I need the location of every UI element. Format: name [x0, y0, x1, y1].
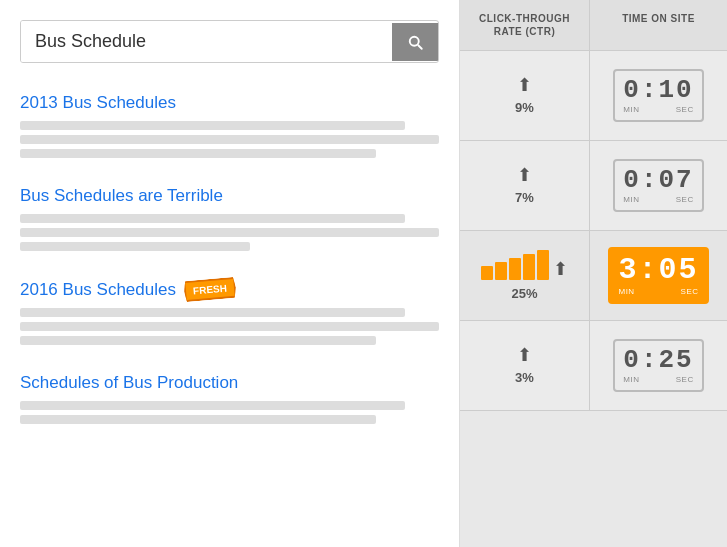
ctr-value-1: 9%: [515, 100, 534, 115]
result-line: [20, 401, 405, 410]
tos-cell-4: 0:25 MIN SEC: [590, 321, 727, 410]
clock-min-label-2: MIN: [623, 195, 639, 204]
bar-seg: [523, 254, 535, 280]
cursor-icon-4: ⬆: [517, 346, 532, 364]
right-panel: CLICK-THROUGH RATE (CTR) TIME ON SITE ⬆ …: [460, 0, 727, 547]
fresh-badge: FRESH: [183, 277, 237, 302]
result-lines-1: [20, 121, 439, 158]
clock-labels-1: MIN SEC: [623, 105, 693, 114]
right-header: CLICK-THROUGH RATE (CTR) TIME ON SITE: [460, 0, 727, 51]
left-panel: 2013 Bus Schedules Bus Schedules are Ter…: [0, 0, 460, 547]
data-row-4: ⬆ 3% 0:25 MIN SEC: [460, 321, 727, 411]
clock-time-4: 0:25: [623, 347, 693, 373]
result-item-2: Bus Schedules are Terrible: [20, 186, 439, 251]
ctr-bars-3: ⬆: [481, 250, 568, 280]
result-title-3[interactable]: 2016 Bus Schedules FRESH: [20, 279, 439, 300]
result-line: [20, 149, 376, 158]
search-bar: [20, 20, 439, 63]
clock-1: 0:10 MIN SEC: [613, 69, 703, 122]
clock-min-label-3: MIN: [618, 287, 634, 296]
clock-time-2: 0:07: [623, 167, 693, 193]
result-line: [20, 336, 376, 345]
result-line: [20, 121, 405, 130]
cursor-icon-3: ⬆: [553, 258, 568, 280]
ctr-cell-1: ⬆ 9%: [460, 51, 590, 140]
result-title-1[interactable]: 2013 Bus Schedules: [20, 93, 439, 113]
result-line: [20, 214, 405, 223]
data-row-3: ⬆ 25% 3:05 MIN SEC: [460, 231, 727, 321]
cursor-icon-2: ⬆: [517, 166, 532, 184]
clock-time-1: 0:10: [623, 77, 693, 103]
tos-cell-2: 0:07 MIN SEC: [590, 141, 727, 230]
clock-time-3: 3:05: [618, 255, 698, 285]
ctr-value-3: 25%: [511, 286, 537, 301]
bar-seg: [481, 266, 493, 280]
ctr-cell-3: ⬆ 25%: [460, 231, 590, 320]
result-lines-3: [20, 308, 439, 345]
ctr-cell-4: ⬆ 3%: [460, 321, 590, 410]
clock-min-label-1: MIN: [623, 105, 639, 114]
clock-sec-label-3: SEC: [681, 287, 699, 296]
search-button[interactable]: [392, 23, 438, 61]
result-item-4: Schedules of Bus Production: [20, 373, 439, 424]
clock-sec-label-1: SEC: [676, 105, 694, 114]
result-item-3: 2016 Bus Schedules FRESH: [20, 279, 439, 345]
result-line: [20, 242, 250, 251]
result-item-1: 2013 Bus Schedules: [20, 93, 439, 158]
clock-2: 0:07 MIN SEC: [613, 159, 703, 212]
ctr-value-2: 7%: [515, 190, 534, 205]
data-row-2: ⬆ 7% 0:07 MIN SEC: [460, 141, 727, 231]
clock-sec-label-4: SEC: [676, 375, 694, 384]
clock-4: 0:25 MIN SEC: [613, 339, 703, 392]
clock-labels-4: MIN SEC: [623, 375, 693, 384]
search-input[interactable]: [21, 21, 392, 62]
result-lines-4: [20, 401, 439, 424]
ctr-column-header: CLICK-THROUGH RATE (CTR): [460, 0, 590, 50]
clock-sec-label-2: SEC: [676, 195, 694, 204]
bar-seg: [495, 262, 507, 280]
ctr-cell-2: ⬆ 7%: [460, 141, 590, 230]
result-title-2[interactable]: Bus Schedules are Terrible: [20, 186, 439, 206]
bar-seg: [509, 258, 521, 280]
tos-cell-1: 0:10 MIN SEC: [590, 51, 727, 140]
result-line: [20, 415, 376, 424]
result-line: [20, 308, 405, 317]
bar-seg: [537, 250, 549, 280]
result-line: [20, 228, 439, 237]
result-lines-2: [20, 214, 439, 251]
result-line: [20, 135, 439, 144]
clock-3: 3:05 MIN SEC: [608, 247, 708, 304]
search-icon: [406, 33, 424, 51]
clock-labels-3: MIN SEC: [618, 287, 698, 296]
cursor-icon-1: ⬆: [517, 76, 532, 94]
tos-cell-3: 3:05 MIN SEC: [590, 231, 727, 320]
tos-column-header: TIME ON SITE: [590, 0, 727, 50]
data-row-1: ⬆ 9% 0:10 MIN SEC: [460, 51, 727, 141]
result-title-4[interactable]: Schedules of Bus Production: [20, 373, 439, 393]
ctr-value-4: 3%: [515, 370, 534, 385]
clock-min-label-4: MIN: [623, 375, 639, 384]
result-line: [20, 322, 439, 331]
clock-labels-2: MIN SEC: [623, 195, 693, 204]
